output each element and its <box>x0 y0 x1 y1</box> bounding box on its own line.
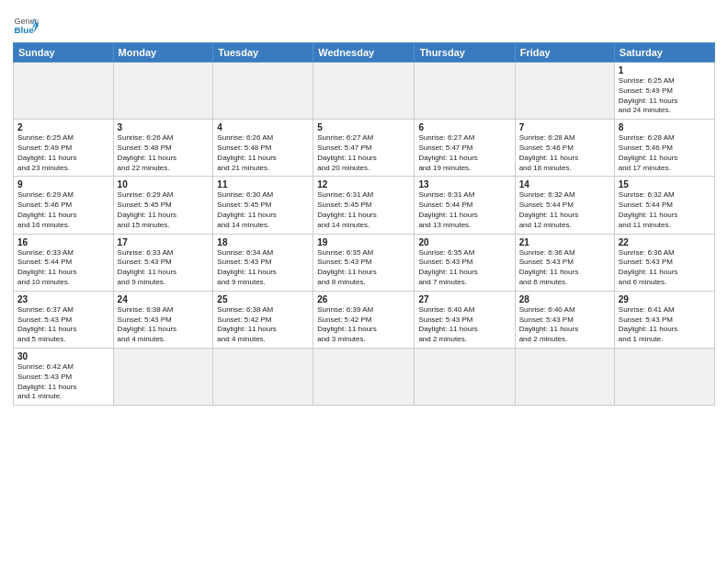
day-number: 6 <box>418 122 510 132</box>
calendar-cell: 29Sunrise: 6:41 AMSunset: 5:43 PMDayligh… <box>614 291 714 348</box>
day-number: 23 <box>17 294 109 304</box>
calendar-week-3: 16Sunrise: 6:33 AMSunset: 5:44 PMDayligh… <box>14 234 715 291</box>
page-header: General Blue <box>13 9 715 37</box>
calendar-cell: 16Sunrise: 6:33 AMSunset: 5:44 PMDayligh… <box>14 234 114 291</box>
calendar-cell <box>213 348 313 405</box>
calendar-cell: 12Sunrise: 6:31 AMSunset: 5:45 PMDayligh… <box>313 177 415 234</box>
day-number: 14 <box>519 179 610 190</box>
calendar-cell: 13Sunrise: 6:31 AMSunset: 5:44 PMDayligh… <box>415 177 515 234</box>
day-number: 18 <box>217 237 309 247</box>
day-info: Sunrise: 6:32 AMSunset: 5:44 PMDaylight:… <box>519 190 610 230</box>
day-info: Sunrise: 6:38 AMSunset: 5:43 PMDaylight:… <box>118 305 210 345</box>
day-number: 25 <box>217 294 309 304</box>
day-number: 27 <box>418 294 510 304</box>
day-number: 12 <box>317 179 410 190</box>
calendar-cell: 25Sunrise: 6:38 AMSunset: 5:42 PMDayligh… <box>213 291 313 348</box>
day-info: Sunrise: 6:42 AMSunset: 5:43 PMDaylight:… <box>17 362 109 402</box>
day-info: Sunrise: 6:33 AMSunset: 5:43 PMDaylight:… <box>118 248 210 288</box>
calendar-cell <box>14 63 114 120</box>
day-number: 4 <box>217 122 309 132</box>
day-number: 5 <box>317 122 410 132</box>
day-info: Sunrise: 6:28 AMSunset: 5:46 PMDaylight:… <box>519 133 610 173</box>
calendar-week-5: 30Sunrise: 6:42 AMSunset: 5:43 PMDayligh… <box>14 348 715 405</box>
day-number: 13 <box>418 179 510 190</box>
day-number: 19 <box>317 237 410 247</box>
calendar-cell: 6Sunrise: 6:27 AMSunset: 5:47 PMDaylight… <box>415 120 515 177</box>
day-info: Sunrise: 6:31 AMSunset: 5:44 PMDaylight:… <box>418 190 510 230</box>
logo: General Blue <box>13 13 40 37</box>
day-number: 17 <box>118 237 210 247</box>
weekday-header-row: SundayMondayTuesdayWednesdayThursdayFrid… <box>14 43 715 63</box>
day-info: Sunrise: 6:26 AMSunset: 5:48 PMDaylight:… <box>118 133 210 173</box>
calendar-cell: 22Sunrise: 6:36 AMSunset: 5:43 PMDayligh… <box>614 234 714 291</box>
weekday-header-saturday: Saturday <box>614 43 714 63</box>
day-number: 9 <box>17 179 109 190</box>
day-info: Sunrise: 6:31 AMSunset: 5:45 PMDaylight:… <box>317 190 410 230</box>
calendar-cell: 26Sunrise: 6:39 AMSunset: 5:42 PMDayligh… <box>313 291 415 348</box>
calendar-cell: 8Sunrise: 6:28 AMSunset: 5:46 PMDaylight… <box>614 120 714 177</box>
calendar-cell <box>313 63 415 120</box>
day-info: Sunrise: 6:40 AMSunset: 5:43 PMDaylight:… <box>519 305 610 345</box>
calendar-cell: 5Sunrise: 6:27 AMSunset: 5:47 PMDaylight… <box>313 120 415 177</box>
day-info: Sunrise: 6:29 AMSunset: 5:45 PMDaylight:… <box>118 190 210 230</box>
calendar-cell: 28Sunrise: 6:40 AMSunset: 5:43 PMDayligh… <box>515 291 614 348</box>
day-number: 28 <box>519 294 610 304</box>
calendar-cell <box>313 348 415 405</box>
calendar-week-0: 1Sunrise: 6:25 AMSunset: 5:49 PMDaylight… <box>14 63 715 120</box>
calendar-cell: 30Sunrise: 6:42 AMSunset: 5:43 PMDayligh… <box>14 348 114 405</box>
calendar-cell <box>515 63 614 120</box>
calendar-cell: 21Sunrise: 6:36 AMSunset: 5:43 PMDayligh… <box>515 234 614 291</box>
calendar-cell: 23Sunrise: 6:37 AMSunset: 5:43 PMDayligh… <box>14 291 114 348</box>
day-info: Sunrise: 6:33 AMSunset: 5:44 PMDaylight:… <box>17 248 109 288</box>
calendar-cell: 20Sunrise: 6:35 AMSunset: 5:43 PMDayligh… <box>415 234 515 291</box>
weekday-header-friday: Friday <box>515 43 614 63</box>
calendar-body: 1Sunrise: 6:25 AMSunset: 5:49 PMDaylight… <box>14 63 715 406</box>
day-info: Sunrise: 6:32 AMSunset: 5:44 PMDaylight:… <box>619 190 711 230</box>
day-info: Sunrise: 6:35 AMSunset: 5:43 PMDaylight:… <box>317 248 410 288</box>
calendar-cell: 24Sunrise: 6:38 AMSunset: 5:43 PMDayligh… <box>113 291 213 348</box>
calendar-week-2: 9Sunrise: 6:29 AMSunset: 5:46 PMDaylight… <box>14 177 715 234</box>
calendar-week-4: 23Sunrise: 6:37 AMSunset: 5:43 PMDayligh… <box>14 291 715 348</box>
weekday-header-sunday: Sunday <box>14 43 114 63</box>
day-info: Sunrise: 6:27 AMSunset: 5:47 PMDaylight:… <box>317 133 410 173</box>
day-number: 8 <box>619 122 711 132</box>
calendar-cell: 15Sunrise: 6:32 AMSunset: 5:44 PMDayligh… <box>614 177 714 234</box>
day-info: Sunrise: 6:26 AMSunset: 5:48 PMDaylight:… <box>217 133 309 173</box>
day-info: Sunrise: 6:29 AMSunset: 5:46 PMDaylight:… <box>17 190 109 230</box>
calendar-week-1: 2Sunrise: 6:25 AMSunset: 5:49 PMDaylight… <box>14 120 715 177</box>
day-info: Sunrise: 6:34 AMSunset: 5:43 PMDaylight:… <box>217 248 309 288</box>
day-number: 7 <box>519 122 610 132</box>
day-info: Sunrise: 6:30 AMSunset: 5:45 PMDaylight:… <box>217 190 309 230</box>
calendar-cell: 1Sunrise: 6:25 AMSunset: 5:49 PMDaylight… <box>614 63 714 120</box>
calendar-table: SundayMondayTuesdayWednesdayThursdayFrid… <box>13 42 715 406</box>
day-number: 21 <box>519 237 610 247</box>
weekday-header-monday: Monday <box>113 43 213 63</box>
day-info: Sunrise: 6:37 AMSunset: 5:43 PMDaylight:… <box>17 305 109 345</box>
calendar-cell <box>113 348 213 405</box>
day-info: Sunrise: 6:41 AMSunset: 5:43 PMDaylight:… <box>619 305 711 345</box>
calendar-cell: 19Sunrise: 6:35 AMSunset: 5:43 PMDayligh… <box>313 234 415 291</box>
day-number: 11 <box>217 179 309 190</box>
calendar-cell: 3Sunrise: 6:26 AMSunset: 5:48 PMDaylight… <box>113 120 213 177</box>
day-number: 22 <box>619 237 711 247</box>
day-number: 2 <box>17 122 109 132</box>
calendar-cell: 14Sunrise: 6:32 AMSunset: 5:44 PMDayligh… <box>515 177 614 234</box>
day-number: 29 <box>619 294 711 304</box>
day-number: 1 <box>619 65 711 75</box>
calendar-cell: 10Sunrise: 6:29 AMSunset: 5:45 PMDayligh… <box>113 177 213 234</box>
calendar-cell: 9Sunrise: 6:29 AMSunset: 5:46 PMDaylight… <box>14 177 114 234</box>
day-info: Sunrise: 6:28 AMSunset: 5:46 PMDaylight:… <box>619 133 711 173</box>
day-number: 30 <box>17 351 109 362</box>
day-number: 16 <box>17 237 109 247</box>
day-number: 20 <box>418 237 510 247</box>
day-info: Sunrise: 6:36 AMSunset: 5:43 PMDaylight:… <box>619 248 711 288</box>
calendar-cell: 2Sunrise: 6:25 AMSunset: 5:49 PMDaylight… <box>14 120 114 177</box>
day-number: 24 <box>118 294 210 304</box>
weekday-header-thursday: Thursday <box>415 43 515 63</box>
day-number: 15 <box>619 179 711 190</box>
calendar-cell <box>415 348 515 405</box>
day-info: Sunrise: 6:39 AMSunset: 5:42 PMDaylight:… <box>317 305 410 345</box>
day-info: Sunrise: 6:25 AMSunset: 5:49 PMDaylight:… <box>619 76 711 116</box>
day-number: 26 <box>317 294 410 304</box>
svg-text:Blue: Blue <box>14 25 34 35</box>
